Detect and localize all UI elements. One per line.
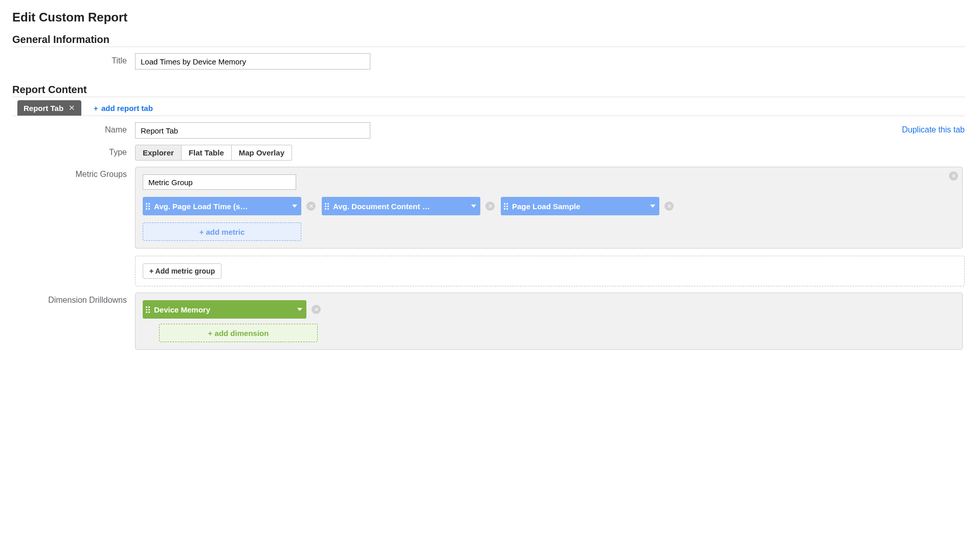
section-general-information: General Information <box>12 34 965 47</box>
remove-dimension-icon[interactable]: ✕ <box>312 305 321 314</box>
label-name: Name <box>12 122 135 135</box>
chevron-down-icon[interactable] <box>292 205 297 208</box>
type-map-overlay-button[interactable]: Map Overlay <box>232 145 292 161</box>
chevron-down-icon[interactable] <box>471 205 476 208</box>
drag-handle-icon[interactable] <box>146 306 150 313</box>
add-report-tab-link[interactable]: + add report tab <box>94 104 153 113</box>
dimension-drilldowns-panel: Device Memory ✕ + add dimension <box>135 293 963 350</box>
drag-handle-icon[interactable] <box>146 203 150 210</box>
label-metric-groups: Metric Groups <box>12 167 135 179</box>
page-title: Edit Custom Report <box>12 10 965 25</box>
close-icon[interactable]: ✕ <box>69 103 75 113</box>
label-dimension-drilldowns: Dimension Drilldowns <box>12 293 135 305</box>
remove-metric-icon[interactable]: ✕ <box>485 201 495 211</box>
metric-chip-label: Avg. Page Load Time (s… <box>154 202 288 211</box>
remove-metric-group-icon[interactable]: ✕ <box>949 171 958 181</box>
metric-chip[interactable]: Page Load Sample <box>501 197 659 215</box>
metric-chip[interactable]: Avg. Page Load Time (s… <box>143 197 301 215</box>
report-tab-label: Report Tab <box>24 104 63 113</box>
label-title: Title <box>12 53 135 65</box>
add-metric-group-button[interactable]: + Add metric group <box>143 263 221 279</box>
type-explorer-button[interactable]: Explorer <box>135 145 182 161</box>
duplicate-tab-link[interactable]: Duplicate this tab <box>902 125 965 135</box>
type-flat-table-button[interactable]: Flat Table <box>182 145 232 161</box>
report-tab-strip: Report Tab ✕ + add report tab <box>12 100 965 116</box>
metric-chip-label: Avg. Document Content … <box>333 202 467 211</box>
remove-metric-icon[interactable]: ✕ <box>664 201 674 211</box>
dimension-chip[interactable]: Device Memory <box>143 300 306 319</box>
type-toggle-group: Explorer Flat Table Map Overlay <box>135 145 292 161</box>
section-report-content: Report Content <box>12 84 965 97</box>
metric-chip[interactable]: Avg. Document Content … <box>322 197 480 215</box>
add-metric-button[interactable]: + add metric <box>143 222 301 241</box>
remove-metric-icon[interactable]: ✕ <box>306 201 316 211</box>
chevron-down-icon[interactable] <box>297 308 302 311</box>
tab-name-input[interactable] <box>135 122 370 139</box>
chevron-down-icon[interactable] <box>650 205 655 208</box>
drag-handle-icon[interactable] <box>325 203 329 210</box>
report-tab[interactable]: Report Tab ✕ <box>17 100 81 116</box>
add-metric-group-panel: + Add metric group <box>135 256 965 286</box>
metric-group-panel: ✕ Avg. Page Load Time (s… ✕ Avg. Documen… <box>135 167 963 249</box>
dimension-chip-label: Device Memory <box>154 305 293 314</box>
title-input[interactable] <box>135 53 370 70</box>
metric-chip-label: Page Load Sample <box>512 202 646 211</box>
metric-group-name-input[interactable] <box>143 174 296 190</box>
add-report-tab-label: add report tab <box>101 104 153 113</box>
drag-handle-icon[interactable] <box>504 203 508 210</box>
add-dimension-button[interactable]: + add dimension <box>159 324 318 342</box>
label-type: Type <box>12 145 135 157</box>
plus-icon: + <box>94 104 98 113</box>
